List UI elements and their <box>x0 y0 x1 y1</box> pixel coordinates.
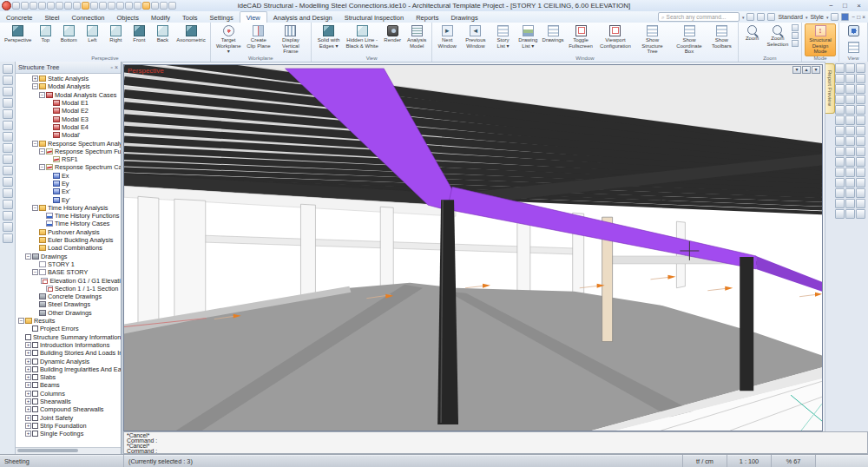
side-tool-icon[interactable] <box>3 87 13 96</box>
ribbon-button-hidden-line-black-white[interactable]: Hidden Line - Black & White <box>344 23 380 50</box>
expand-icon[interactable]: + <box>25 350 31 356</box>
tree-item[interactable]: Other Drawings <box>16 309 121 317</box>
report-tool-icon[interactable] <box>835 209 845 219</box>
report-tool-icon[interactable] <box>835 168 845 177</box>
side-tool-icon[interactable] <box>3 76 13 85</box>
ribbon-button-left[interactable]: Left <box>81 23 103 45</box>
collapse-icon[interactable]: − <box>39 148 45 155</box>
report-tool-icon[interactable] <box>856 105 865 115</box>
save-all-icon[interactable] <box>47 2 55 10</box>
ribbon-button-bottom[interactable]: Bottom <box>57 23 80 45</box>
menu-tab-tools[interactable]: Tools <box>176 11 204 23</box>
mdi-minimize-button[interactable]: − <box>852 14 855 20</box>
menu-tab-structural-inspection[interactable]: Structural Inspection <box>339 11 410 23</box>
style-caret[interactable]: ▾ <box>826 15 829 20</box>
report-tool-icon[interactable] <box>856 136 865 146</box>
tree-item[interactable]: −Response Spectrum Case <box>16 163 121 171</box>
tree-item[interactable]: Ey <box>16 180 121 187</box>
collapse-icon[interactable]: − <box>32 141 38 147</box>
report-tool-icon[interactable] <box>845 168 855 177</box>
search-input[interactable]: ⌕ Search any command... <box>658 12 740 22</box>
ribbon-button-front[interactable]: Front <box>128 23 150 45</box>
report-tool-icon[interactable] <box>845 95 855 104</box>
report-tool-icon[interactable] <box>845 115 855 125</box>
menu-tab-concrete[interactable]: Concrete <box>0 11 38 23</box>
tree-item[interactable]: +Static Analysis <box>16 75 121 82</box>
report-tool-icon[interactable] <box>835 157 845 167</box>
report-tool-icon[interactable] <box>856 147 865 156</box>
tree-item[interactable]: Ex <box>16 172 121 180</box>
ribbon-button-show-toolbars[interactable]: Show Toolbars <box>708 23 735 50</box>
report-tool-icon[interactable] <box>835 95 845 104</box>
ribbon-button-create-clip-plane[interactable]: Create Clip Plane <box>245 23 273 50</box>
ribbon-button-back[interactable]: Back <box>151 23 174 45</box>
report-tool-icon[interactable] <box>856 168 865 177</box>
tree-item[interactable]: Section 1 / 1-1 Section <box>16 285 121 293</box>
tree-item[interactable]: Load Combinations <box>16 244 121 252</box>
tree-item[interactable]: Time History Cases <box>16 220 121 227</box>
ribbon-button-show-coordinate-box[interactable]: Show Coordinate Box <box>671 23 707 56</box>
tree-item[interactable]: +Strip Foundation <box>16 422 121 430</box>
3d-viewport[interactable]: Perspective ▾▴▾ <box>123 64 823 431</box>
collapse-icon[interactable]: − <box>39 92 45 98</box>
menu-tab-reports[interactable]: Reports <box>410 11 444 23</box>
move-tool-icon[interactable] <box>99 2 107 10</box>
print-preview-icon[interactable] <box>746 13 754 21</box>
report-tool-icon[interactable] <box>835 63 845 73</box>
report-tool-icon[interactable] <box>856 115 865 125</box>
close-doc-icon[interactable] <box>767 13 775 21</box>
report-tool-icon[interactable] <box>845 178 855 187</box>
redo-icon[interactable] <box>64 2 72 10</box>
ribbon-button-right[interactable]: Right <box>104 23 127 45</box>
open-file-icon[interactable] <box>30 2 37 10</box>
ribbon-button-top[interactable]: Top <box>34 23 56 45</box>
ribbon-button-viewport-configuration[interactable]: Viewport Configuration <box>597 23 634 50</box>
tree-item[interactable]: Euler Buckling Analysis <box>16 236 121 244</box>
status-zoom-percent[interactable]: % 67 <box>772 455 816 467</box>
tree-item[interactable]: Modal E4 <box>16 123 121 131</box>
menu-tab-steel[interactable]: Steel <box>38 11 65 23</box>
side-tool-icon[interactable] <box>3 132 13 141</box>
close-panel-icon[interactable]: × <box>115 64 118 70</box>
report-tool-icon[interactable] <box>856 199 865 208</box>
report-tool-icon[interactable] <box>835 74 845 83</box>
expand-icon[interactable]: + <box>25 374 31 380</box>
menu-tab-analysis-and-design[interactable]: Analysis and Design <box>267 11 339 23</box>
report-tool-icon[interactable] <box>856 126 865 135</box>
ribbon-button-solid-with-edges[interactable]: Solid with Edges ▾ <box>314 23 343 50</box>
menu-tab-settings[interactable]: Settings <box>204 11 240 23</box>
screenshot-icon[interactable] <box>73 2 81 10</box>
expand-icon[interactable]: + <box>25 382 31 388</box>
side-tool-icon[interactable] <box>3 166 13 175</box>
tree-item[interactable]: Project Errors <box>16 325 121 332</box>
side-tool-icon[interactable] <box>3 200 13 209</box>
ortho-icon[interactable] <box>125 2 133 10</box>
report-tool-icon[interactable] <box>835 199 845 208</box>
report-tool-icon[interactable] <box>856 209 865 219</box>
tree-item[interactable]: Time History Functions <box>16 212 121 220</box>
expand-icon[interactable]: + <box>32 76 38 82</box>
tree-item[interactable]: +Single Footings <box>16 430 121 437</box>
ribbon-button-display-vertical-frame[interactable]: Display Vertical Frame <box>273 23 308 56</box>
report-tool-icon[interactable] <box>835 115 845 125</box>
report-preview-tab[interactable]: Report Preview <box>825 63 835 114</box>
snap-grid-icon[interactable] <box>116 2 124 10</box>
pin-panel-icon[interactable]: ▫ <box>110 64 112 70</box>
expand-icon[interactable]: + <box>25 415 31 421</box>
tree-item[interactable]: −Results <box>16 317 121 325</box>
report-tool-icon[interactable] <box>845 209 855 219</box>
report-tool-icon[interactable] <box>856 74 865 83</box>
display-options-icon[interactable] <box>82 2 89 10</box>
collapse-icon[interactable]: − <box>32 83 38 89</box>
tree-item[interactable]: Ex' <box>16 187 121 195</box>
report-tool-icon[interactable] <box>835 105 845 115</box>
side-tool-icon[interactable] <box>3 98 13 108</box>
side-tool-icon[interactable] <box>3 143 13 153</box>
report-tool-icon[interactable] <box>845 126 855 135</box>
3d-scene[interactable] <box>124 65 822 431</box>
collapse-icon[interactable]: − <box>32 205 38 211</box>
tree-item[interactable]: −Modal Analysis <box>16 82 121 90</box>
expand-icon[interactable]: + <box>25 423 31 429</box>
tree-item[interactable]: RSF1 <box>16 155 121 163</box>
profile-caret[interactable]: ▾ <box>806 15 808 20</box>
